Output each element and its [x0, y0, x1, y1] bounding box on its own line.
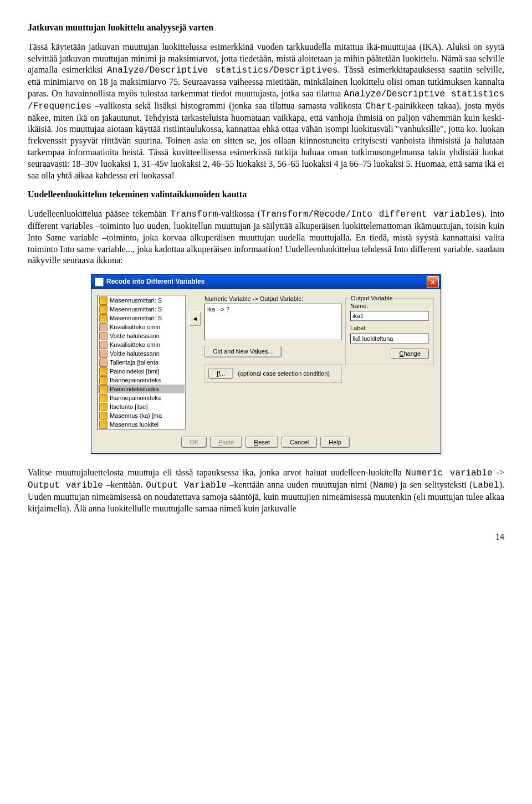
cancel-button[interactable]: Cancel: [282, 437, 317, 448]
list-item-label: Painoindeksiluoka: [110, 385, 159, 393]
name-field[interactable]: [350, 311, 429, 321]
ok-button[interactable]: OK: [181, 437, 207, 448]
if-btn-label: If...: [217, 370, 225, 377]
list-item[interactable]: Masennusmittari: S: [98, 296, 185, 305]
p1d: -painikkeen takaa), josta myös näkee, mi…: [28, 101, 504, 180]
if-condition-label: (optional case selection condition): [238, 370, 330, 377]
list-item-label: Tallentaja [tallenta: [110, 359, 158, 366]
label-field[interactable]: [350, 334, 429, 344]
code-outvar: Output varible: [28, 480, 103, 490]
scale-icon: [99, 296, 108, 305]
nominal-icon: [99, 359, 108, 367]
scale-icon: [99, 421, 108, 429]
numeric-output-label: Numeric Variable -> Output Variable:: [204, 295, 342, 303]
list-item[interactable]: Kuvailisitteko omin: [98, 340, 185, 349]
code-chart: Chart: [365, 101, 392, 111]
list-item[interactable]: Masennus (ka) [ma: [98, 411, 185, 420]
list-item[interactable]: Itsetunto [itse]: [98, 402, 185, 411]
list-item-label: Masennusmittari: S: [110, 314, 162, 322]
btn-label: Old and New Values...: [213, 348, 273, 355]
heading-jatkuvan: Jatkuvan muuttujan luokittelu analyysejä…: [28, 22, 504, 34]
scale-icon: [99, 314, 108, 322]
p3a: Valitse muuttujaluettelosta muuttuja eli…: [28, 468, 406, 477]
p2a2: -valikossa (: [218, 209, 261, 218]
old-new-values-button[interactable]: Old and New Values...: [204, 346, 282, 357]
dialog-title: Recode into Different Variables: [106, 278, 427, 286]
list-item[interactable]: Masennusmittari: S: [98, 305, 185, 314]
reset-button[interactable]: Reset: [245, 437, 278, 448]
numeric-output-value: ika --> ?: [207, 306, 229, 313]
nominal-icon: [99, 323, 108, 331]
list-item[interactable]: Voitte halutessann: [98, 349, 185, 358]
list-item-label: Voitte halutessann: [110, 332, 160, 340]
label-label: Label:: [350, 324, 429, 332]
scale-icon: [99, 376, 108, 385]
app-icon: [95, 278, 104, 286]
nominal-icon: [99, 341, 108, 349]
para-3: Valitse muuttujaluettelosta muuttuja eli…: [28, 467, 504, 514]
move-right-button[interactable]: ◄: [189, 311, 201, 326]
p1c: –valikosta sekä lisäksi histogrammi (jon…: [91, 101, 365, 110]
code-outvar2: Output Variable: [146, 480, 227, 490]
code-name: Name: [373, 480, 394, 490]
scale-icon: [99, 394, 108, 402]
code-recode-path: Transform/Recode/Into different variable…: [260, 209, 481, 219]
list-item[interactable]: Tallentaja [tallenta: [98, 358, 185, 367]
scale-icon: [99, 412, 108, 420]
page-number: 14: [28, 531, 504, 543]
list-item[interactable]: Kuvailisitteko omin: [98, 322, 185, 331]
close-icon[interactable]: X: [427, 276, 439, 288]
heading-uudelleen: Uudelleenluokittelun tekeminen valintaik…: [28, 189, 504, 201]
output-group-title: Output Variable: [349, 294, 395, 302]
if-group: If... (optional case selection condition…: [204, 364, 342, 383]
help-button[interactable]: Help: [320, 437, 350, 448]
list-item-label: Voitte halutessann: [110, 350, 160, 357]
list-item-label: Ihannepainoindeks: [110, 394, 161, 402]
p2a: Uudelleenluokittelua pääsee tekemään: [28, 209, 170, 218]
list-item-label: Painoindeksi [bmi]: [110, 367, 159, 375]
list-item-label: Masennus (ka) [ma: [110, 412, 162, 419]
change-btn-label: Change: [399, 350, 421, 357]
list-item[interactable]: Masennusmittari: S: [98, 314, 185, 322]
scale-icon: [99, 367, 108, 376]
list-item[interactable]: Painoindeksi [bmi]: [98, 367, 185, 376]
code-label: Label: [473, 480, 499, 490]
variable-list[interactable]: Masennusmittari: SMasennusmittari: SMase…: [97, 295, 186, 430]
p3e: ) ja sen selitysteksti (: [394, 480, 472, 489]
p3d: –kenttään anna uuden muuttujan nimi (: [227, 480, 373, 489]
p3c: –kenttään.: [103, 480, 146, 489]
p3b: ->: [493, 468, 504, 477]
list-item-label: Kuvailisitteko omin: [110, 323, 160, 331]
scale-icon: [99, 385, 108, 393]
recode-dialog: Recode into Different Variables X Masenn…: [91, 274, 441, 454]
list-item-label: Masennusmittari: S: [110, 296, 162, 304]
output-variable-group: Output Variable Name: Label: Change: [345, 298, 434, 365]
list-item-label: Masennus luokitel: [110, 421, 158, 428]
list-item[interactable]: Painoindeksiluoka: [98, 385, 185, 393]
numeric-output-box[interactable]: ika --> ?: [204, 304, 342, 340]
code-transform: Transform: [170, 209, 218, 219]
paste-button[interactable]: Paste: [210, 437, 242, 448]
scale-icon: [99, 403, 108, 411]
change-button[interactable]: Change: [391, 348, 429, 359]
dialog-titlebar[interactable]: Recode into Different Variables X: [91, 275, 441, 289]
list-item[interactable]: Masennus luokitel: [98, 420, 185, 429]
list-item[interactable]: Voitte halutessann: [98, 331, 185, 340]
para-2: Uudelleenluokittelua pääsee tekemään Tra…: [28, 208, 504, 267]
name-label: Name:: [350, 302, 429, 310]
list-item[interactable]: Ihannepainoindeks: [98, 376, 185, 385]
code-analyze-desc: Analyze/Descriptive statistics/Descripti…: [107, 65, 337, 75]
scale-icon: [99, 305, 108, 314]
nominal-icon: [99, 350, 108, 358]
list-item-label: Ihannepainoindeks: [110, 376, 161, 384]
code-numvar: Numeric variable: [406, 468, 493, 478]
para-1: Tässä käytetään jatkuvan muuttujan luoki…: [28, 42, 504, 182]
list-item-label: Kuvailisitteko omin: [110, 341, 160, 349]
list-item-label: Masennusmittari: S: [110, 305, 162, 313]
nominal-icon: [99, 332, 108, 340]
if-button[interactable]: If...: [208, 368, 233, 379]
list-item-label: Itsetunto [itse]: [110, 403, 147, 411]
list-item[interactable]: Ihannepainoindeks: [98, 393, 185, 402]
dialog-button-row: OK Paste Reset Cancel Help: [97, 430, 434, 448]
